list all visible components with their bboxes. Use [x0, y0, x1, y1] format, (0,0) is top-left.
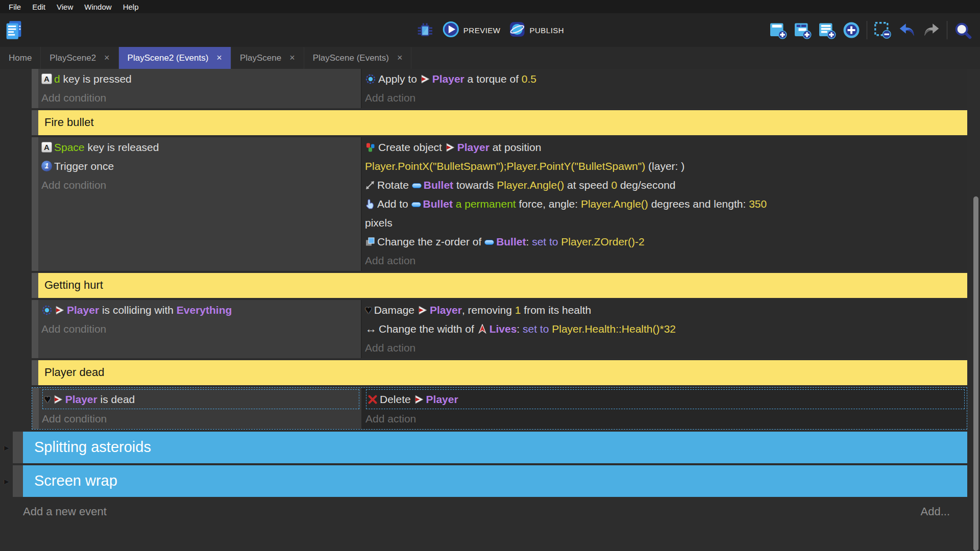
text-segment: Player.Angle() — [497, 179, 564, 191]
preview-button[interactable]: PREVIEW — [443, 21, 501, 40]
comment-text[interactable]: Fire bullet — [38, 110, 967, 135]
comment-text[interactable]: Getting hurt — [38, 273, 967, 298]
tab-close-icon[interactable]: × — [104, 53, 110, 63]
tab-playscene-events-[interactable]: PlayScene (Events)× — [304, 47, 412, 69]
tab-close-icon[interactable]: × — [216, 53, 222, 63]
drag-handle[interactable] — [13, 432, 23, 463]
drag-handle[interactable] — [32, 137, 38, 271]
condition[interactable]: 1Trigger once — [41, 157, 361, 176]
text-segment: Change the width of — [379, 323, 477, 335]
action[interactable]: Apply to Player a torque of 0.5 — [365, 69, 967, 88]
text-segment: Player — [65, 393, 97, 405]
drag-handle[interactable] — [32, 360, 38, 385]
tab-label: PlayScene2 (Events) — [128, 53, 209, 63]
tab-close-icon[interactable]: × — [289, 53, 295, 63]
tab-playscene[interactable]: PlayScene× — [231, 47, 304, 69]
lives-icon — [477, 324, 487, 334]
menu-edit[interactable]: Edit — [27, 1, 51, 13]
condition[interactable]: ♥Player is dead — [44, 390, 359, 409]
tab-playscene2-events-[interactable]: PlayScene2 (Events)× — [119, 47, 231, 69]
text-segment: Bullet — [496, 236, 526, 247]
tab-playscene2[interactable]: PlayScene2× — [41, 47, 118, 69]
undo-icon[interactable] — [898, 21, 916, 39]
drag-handle[interactable] — [32, 69, 38, 108]
conditions-column: Player is colliding with EverythingAdd c… — [38, 300, 361, 358]
text-segment: Trigger once — [54, 160, 114, 172]
text-segment: towards — [453, 179, 497, 191]
add-condition-button[interactable]: Add condition — [41, 319, 361, 338]
add-action-button[interactable]: Add action — [365, 88, 967, 107]
group-gutter: ▶ — [0, 432, 13, 463]
publish-button[interactable]: PUBLISH — [508, 21, 564, 40]
event-row: ASpace key is released1Trigger onceAdd c… — [32, 137, 967, 271]
add-event-icon[interactable] — [769, 21, 787, 39]
text-segment: set to — [523, 323, 549, 335]
add-new-event-button[interactable]: Add a new event — [23, 505, 107, 518]
vertical-scrollbar[interactable] — [973, 196, 978, 551]
action[interactable]: Create object Player at position Player.… — [365, 138, 967, 176]
debug-icon[interactable] — [416, 21, 434, 39]
tab-label: PlayScene2 — [50, 53, 96, 63]
comment-row: Player dead — [32, 360, 967, 385]
action[interactable]: Add to Bullet a permanent force, angle: … — [365, 194, 967, 232]
drag-handle[interactable] — [32, 110, 38, 135]
menu-view[interactable]: View — [51, 1, 79, 13]
selected-action-box: Delete Player — [366, 389, 965, 409]
text-segment: set to — [532, 236, 558, 247]
action[interactable]: Delete Player — [368, 390, 964, 409]
text-segment: is colliding with — [99, 304, 177, 316]
text-segment: Player.Angle() — [581, 198, 648, 210]
expand-triangle-icon[interactable]: ▶ — [4, 478, 9, 485]
add-condition-button[interactable]: Add condition — [41, 88, 361, 107]
text-segment: at position — [489, 141, 544, 153]
redo-icon[interactable] — [922, 21, 941, 39]
add-action-button[interactable]: Add action — [365, 338, 967, 357]
actions-column: Apply to Player a torque of 0.5Add actio… — [361, 69, 967, 108]
add-condition-button[interactable]: Add condition — [42, 409, 361, 428]
menu-file[interactable]: File — [3, 1, 27, 13]
comment-text[interactable]: Player dead — [38, 360, 967, 385]
drag-handle[interactable] — [32, 388, 39, 429]
bullet-object-icon — [412, 183, 422, 188]
add-action-button[interactable]: Add action — [365, 251, 967, 270]
search-icon[interactable] — [953, 21, 972, 39]
text-segment: degrees and length: — [648, 198, 749, 210]
z-order-icon — [365, 237, 375, 247]
text-segment: a permanent — [453, 198, 516, 210]
condition[interactable]: Player is colliding with Everything — [41, 300, 361, 319]
event-row: Player is colliding with EverythingAdd c… — [32, 300, 967, 358]
tab-home[interactable]: Home — [0, 47, 41, 69]
add-comment-icon[interactable] — [818, 21, 836, 39]
group-title[interactable]: Screen wrap — [23, 465, 967, 497]
text-segment: Lives — [489, 323, 517, 335]
condition[interactable]: Ad key is pressed — [41, 69, 361, 88]
add-action-button[interactable]: Add action — [365, 409, 967, 428]
delete-icon — [368, 394, 378, 405]
menu-help[interactable]: Help — [117, 1, 144, 13]
menu-window[interactable]: Window — [79, 1, 117, 13]
health-heart-icon: ♥ — [44, 394, 51, 405]
actions-column: Create object Player at position Player.… — [361, 137, 967, 271]
add-subevent-icon[interactable] — [793, 21, 812, 39]
expand-triangle-icon[interactable]: ▶ — [4, 444, 9, 452]
group-title[interactable]: Splitting asteroids — [23, 432, 967, 463]
add-condition-button[interactable]: Add condition — [41, 176, 361, 194]
publish-globe-icon — [508, 21, 525, 40]
toolbar-separator — [867, 21, 867, 39]
condition[interactable]: ASpace key is released — [41, 138, 361, 157]
action[interactable]: ↔Change the width of Lives: set to Playe… — [365, 319, 967, 338]
add-circle-icon[interactable] — [842, 21, 861, 39]
text-segment: Player — [430, 304, 462, 316]
action[interactable]: Change the z-order of Bullet: set to Pla… — [365, 232, 967, 251]
text-segment: at speed — [564, 179, 611, 191]
add-more-button[interactable]: Add... — [921, 505, 950, 518]
drag-handle[interactable] — [32, 300, 38, 358]
drag-handle[interactable] — [32, 273, 38, 298]
delete-selection-icon[interactable] — [873, 21, 892, 39]
group-row: ▶Splitting asteroids — [0, 432, 967, 463]
tab-close-icon[interactable]: × — [397, 53, 403, 63]
action[interactable]: ♥Damage Player, removing 1 from its heal… — [365, 300, 967, 319]
action[interactable]: Rotate Bullet towards Player.Angle() at … — [365, 176, 967, 194]
text-segment: Rotate — [377, 179, 412, 191]
drag-handle[interactable] — [13, 465, 23, 497]
